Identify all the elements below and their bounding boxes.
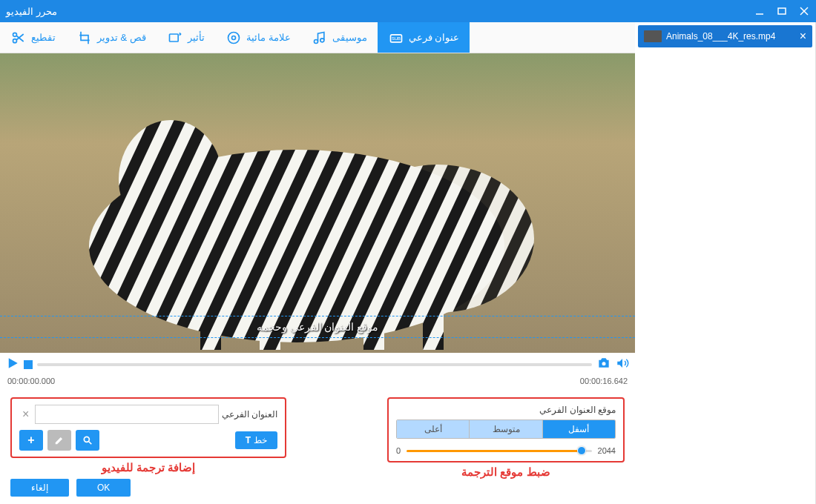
video-content xyxy=(37,98,556,350)
sidebar: Animals_08___4K_res.mp4 × xyxy=(635,22,816,504)
panel-caption-position: ضبط موقع الترجمة xyxy=(387,465,625,479)
svg-rect-8 xyxy=(169,34,178,42)
subtitle-input[interactable] xyxy=(35,405,218,424)
position-middle[interactable]: متوسط xyxy=(469,420,542,438)
ok-button[interactable]: OK xyxy=(76,479,131,497)
player-bar xyxy=(0,353,635,377)
tool-cut[interactable]: تقطيع xyxy=(0,22,66,53)
tool-crop[interactable]: قص & تدوير xyxy=(66,22,157,53)
crop-icon xyxy=(76,30,93,46)
subtitle-label: العنوان الفرعي xyxy=(222,409,277,420)
tool-effect[interactable]: تأثير xyxy=(157,22,215,53)
toolbar: تقطيع قص & تدوير تأثير علامة مائية موسيق… xyxy=(0,22,635,53)
svg-point-24 xyxy=(602,362,606,365)
slider-max: 2044 xyxy=(598,446,616,455)
tool-watermark[interactable]: علامة مائية xyxy=(215,22,301,53)
position-slider[interactable] xyxy=(407,450,591,452)
file-thumbnail xyxy=(644,30,662,42)
cancel-button[interactable]: إلغاء xyxy=(10,479,69,497)
text-icon: T xyxy=(246,435,251,445)
time-current: 00:00:00.000 xyxy=(7,377,55,385)
effect-icon xyxy=(167,30,183,46)
svg-point-9 xyxy=(228,32,239,43)
clear-icon[interactable]: × xyxy=(19,408,32,421)
watermark-icon xyxy=(226,30,242,46)
file-close-icon[interactable]: × xyxy=(800,30,806,43)
edit-subtitle-button[interactable] xyxy=(47,430,71,451)
volume-button[interactable] xyxy=(616,357,629,373)
svg-point-11 xyxy=(314,39,317,43)
position-buttons: أسفل متوسط أعلى xyxy=(396,420,616,439)
snapshot-button[interactable] xyxy=(596,356,611,374)
svg-point-12 xyxy=(320,38,323,42)
svg-point-25 xyxy=(84,437,89,442)
stop-button[interactable] xyxy=(24,360,33,369)
subtitle-add-panel: العنوان الفرعي × + خط T xyxy=(10,397,286,458)
svg-point-18 xyxy=(119,120,223,239)
titlebar: محرر الفيديو xyxy=(0,0,816,22)
slider-thumb[interactable] xyxy=(577,446,586,455)
svg-line-26 xyxy=(89,442,92,445)
play-button[interactable] xyxy=(6,357,19,373)
slider-min: 0 xyxy=(396,446,401,455)
panel-caption-add: إضافة ترجمة للفيديو xyxy=(10,461,286,474)
svg-point-23 xyxy=(341,165,534,313)
subtitle-icon: SUB xyxy=(388,30,404,46)
window-controls xyxy=(754,5,810,17)
search-subtitle-button[interactable] xyxy=(76,430,99,451)
window-title: محرر الفيديو xyxy=(6,6,57,17)
video-preview: موقع العنوان الفرعي وحجمه xyxy=(0,53,635,353)
svg-rect-1 xyxy=(778,8,786,14)
maximize-button[interactable] xyxy=(776,5,788,17)
position-label: موقع العنوان الفرعي xyxy=(396,405,616,415)
svg-point-5 xyxy=(13,39,17,42)
position-top[interactable]: أعلى xyxy=(397,420,469,438)
timeline-slider[interactable] xyxy=(37,363,592,366)
position-bottom[interactable]: أسفل xyxy=(542,420,615,438)
svg-point-10 xyxy=(231,36,235,39)
scissors-icon xyxy=(10,30,27,46)
tool-subtitle[interactable]: SUB عنوان فرعي xyxy=(378,22,470,53)
svg-text:SUB: SUB xyxy=(392,36,401,41)
file-name: Animals_08___4K_res.mp4 xyxy=(666,31,775,42)
add-subtitle-button[interactable]: + xyxy=(19,430,43,451)
subtitle-preview: موقع العنوان الفرعي وحجمه xyxy=(0,316,635,338)
music-icon xyxy=(312,30,328,46)
time-duration: 00:00:16.642 xyxy=(580,377,628,385)
svg-point-4 xyxy=(13,33,17,36)
minimize-button[interactable] xyxy=(754,5,766,17)
subtitle-position-panel: موقع العنوان الفرعي أسفل متوسط أعلى 0 20… xyxy=(387,397,625,462)
close-button[interactable] xyxy=(798,5,810,17)
file-tab[interactable]: Animals_08___4K_res.mp4 × xyxy=(638,25,812,47)
footer-buttons: إلغاء OK xyxy=(10,479,131,497)
tool-music[interactable]: موسيقى xyxy=(301,22,378,53)
font-button[interactable]: خط T xyxy=(235,431,277,449)
